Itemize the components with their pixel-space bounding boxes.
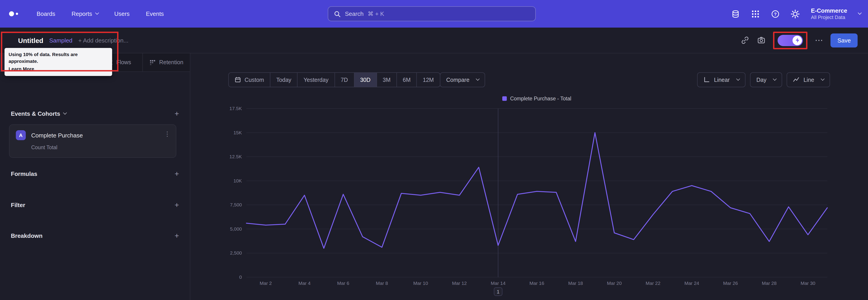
add-formula-button[interactable]: + [175, 170, 179, 177]
range-30d-button[interactable]: 30D [354, 72, 377, 87]
x-axis-tick-label: Mar 12 [452, 280, 467, 286]
date-range-segmented-control: Custom Today Yesterday 7D 30D 3M 6M 12M [228, 72, 440, 87]
top-right-cluster: ? E-Commerce All Project Data [731, 0, 861, 28]
scale-select[interactable]: Linear [698, 72, 746, 87]
logo-dot-small [16, 13, 18, 15]
mixpanel-logo-icon[interactable] [9, 11, 21, 17]
screenshot-icon[interactable] [757, 36, 766, 45]
sampling-toggle-knob [793, 35, 802, 45]
retention-icon [149, 59, 156, 66]
sampling-tooltip-text: Using 10% of data. Results are approxima… [8, 51, 108, 64]
search-input[interactable]: Search ⌘ + K [328, 6, 536, 21]
search-placeholder: Search [345, 10, 364, 17]
x-axis-tick-label: Mar 14 [491, 280, 506, 286]
tab-retention[interactable]: Retention [143, 53, 190, 71]
y-axis-tick-label: 15K [234, 130, 242, 135]
query-builder-sidebar: Insights Funnels Flows Retention [0, 53, 190, 300]
primary-nav: Boards Reports Users Events [37, 0, 164, 28]
x-axis-tick-label: Mar 8 [376, 280, 388, 286]
chevron-down-icon [63, 111, 67, 114]
app-root: Boards Reports Users Events Search ⌘ + K… [0, 0, 868, 300]
top-nav-bar: Boards Reports Users Events Search ⌘ + K… [0, 0, 868, 28]
event-kebab-menu[interactable]: ⋮ [164, 130, 170, 138]
nav-item-reports[interactable]: Reports [71, 10, 98, 17]
y-axis-tick-label: 12.5K [229, 154, 242, 159]
range-7d-button[interactable]: 7D [334, 72, 354, 87]
nav-item-users[interactable]: Users [114, 10, 129, 17]
y-axis-tick-label: 17.5K [229, 106, 242, 111]
chevron-down-icon [736, 77, 740, 81]
x-axis-tick-label: Mar 18 [568, 280, 583, 286]
filter-section: Filter + [11, 200, 179, 210]
linear-axis-icon [704, 77, 710, 83]
project-scope: All Project Data [811, 14, 847, 21]
x-axis-tick-label: Mar 6 [337, 280, 349, 286]
range-12m-button[interactable]: 12M [416, 72, 440, 87]
svg-text:?: ? [774, 11, 777, 16]
nav-item-events[interactable]: Events [146, 10, 164, 17]
line-chart-icon [793, 77, 800, 83]
sampled-badge[interactable]: Sampled [49, 37, 72, 43]
range-6m-button[interactable]: 6M [397, 72, 417, 87]
x-axis-tick-label: Mar 4 [298, 280, 311, 286]
series-line[interactable] [246, 133, 827, 248]
event-metric[interactable]: Count Total [31, 145, 57, 150]
report-header-bar: Untitled Sampled + Add description... ⋯ … [0, 28, 868, 53]
add-breakdown-button[interactable]: + [175, 232, 179, 239]
search-icon [334, 10, 341, 18]
event-card[interactable]: A Complete Purchase ⋮ Count Total [9, 124, 176, 158]
report-title[interactable]: Untitled [18, 36, 43, 44]
help-icon[interactable]: ? [770, 9, 780, 19]
events-cohorts-section: Events & Cohorts + [11, 109, 179, 118]
calendar-icon [235, 77, 241, 83]
search-shortcut: ⌘ + K [368, 10, 384, 17]
report-header-actions: ⋯ Save [741, 28, 858, 53]
nav-item-boards[interactable]: Boards [37, 10, 55, 17]
y-axis-tick-label: 0 [239, 274, 242, 280]
formulas-section: Formulas + [11, 169, 179, 179]
learn-more-link[interactable]: Learn More [8, 66, 34, 72]
project-chevron-down-icon[interactable] [858, 11, 862, 15]
x-axis-tick-label: Mar 22 [646, 280, 660, 286]
add-description-button[interactable]: + Add description... [78, 37, 128, 43]
events-cohorts-label[interactable]: Events & Cohorts [11, 110, 66, 117]
x-axis-tick-label: Mar 2 [260, 280, 272, 286]
chart-type-select[interactable]: Line [787, 72, 830, 87]
x-axis-tick-label: Mar 16 [529, 280, 544, 286]
range-custom-button[interactable]: Custom [228, 72, 270, 87]
overflow-menu-button[interactable]: ⋯ [815, 36, 824, 44]
line-chart[interactable]: 02,5005,0007,50010K12.5K15K17.5KMar 2Mar… [190, 98, 868, 300]
compare-button[interactable]: Compare [440, 72, 485, 87]
sampling-toggle[interactable] [778, 35, 803, 46]
data-management-icon[interactable] [731, 9, 741, 19]
y-axis-tick-label: 2,500 [230, 250, 242, 256]
event-card-row: A Complete Purchase [16, 130, 83, 140]
save-button[interactable]: Save [831, 33, 858, 47]
range-today-button[interactable]: Today [270, 72, 298, 87]
y-axis-tick-label: 5,000 [230, 226, 242, 232]
x-axis-tick-label: Mar 30 [801, 280, 815, 286]
add-filter-button[interactable]: + [175, 201, 179, 209]
breakdown-section: Breakdown + [11, 231, 179, 241]
project-name: E-Commerce [811, 7, 847, 14]
formulas-label: Formulas [11, 170, 37, 177]
filter-label: Filter [11, 202, 25, 208]
x-axis-tick-label: Mar 20 [607, 280, 622, 286]
event-letter-badge: A [16, 130, 26, 140]
gear-icon[interactable] [790, 9, 800, 19]
apps-grid-icon[interactable] [750, 9, 761, 19]
range-3m-button[interactable]: 3M [376, 72, 397, 87]
add-event-button[interactable]: + [175, 110, 179, 117]
x-axis-tick-label: Mar 28 [762, 280, 776, 286]
chevron-down-icon [95, 11, 99, 15]
chart-panel: Custom Today Yesterday 7D 30D 3M 6M 12M … [190, 53, 868, 300]
annotation-marker-label: 1 [497, 289, 500, 295]
copy-link-icon[interactable] [741, 36, 750, 45]
chevron-down-icon [476, 77, 480, 81]
granularity-select[interactable]: Day [750, 72, 782, 87]
event-name[interactable]: Complete Purchase [31, 132, 83, 139]
range-yesterday-button[interactable]: Yesterday [297, 72, 335, 87]
sampling-tooltip: Using 10% of data. Results are approxima… [4, 48, 112, 76]
project-selector[interactable]: E-Commerce All Project Data [811, 7, 847, 21]
highlight-box-sampling-toggle [773, 31, 808, 49]
